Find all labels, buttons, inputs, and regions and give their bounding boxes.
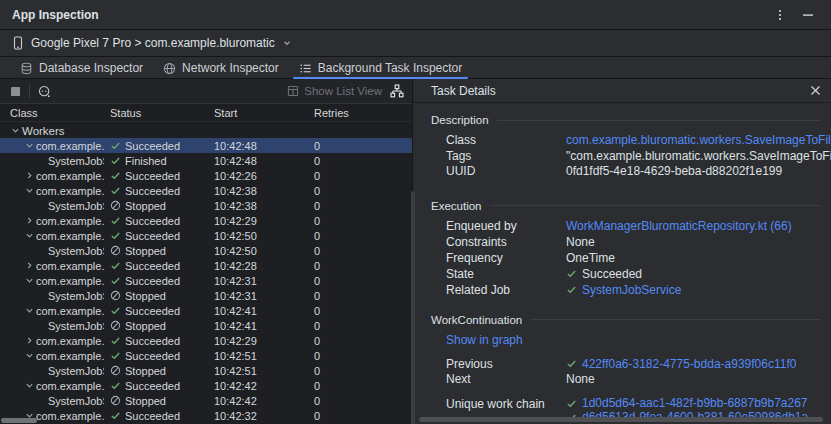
table-row[interactable]: com.example.blSucceeded10:42:500 [0,228,412,243]
retries-count: 0 [308,168,412,183]
chevron-right-icon[interactable] [23,336,36,345]
stopped-icon [110,365,121,376]
chevron-down-icon[interactable] [23,186,36,195]
state-value: Succeeded [582,267,642,281]
show-list-view-button[interactable]: Show List View [287,85,382,97]
class-label: com.example.bl [36,380,104,392]
chevron-down-icon[interactable] [23,231,36,240]
chevron-right-icon[interactable] [23,216,36,225]
work-chain-list: 1d0d5d64-aac1-482f-b9bb-6887b9b7a267d6d5… [566,397,808,418]
chevron-down-icon[interactable] [23,381,36,390]
class-label: com.example.bl [36,335,104,347]
chevron-down-icon[interactable] [23,141,36,150]
table-row[interactable]: com.example.blSucceeded10:42:290 [0,213,412,228]
table-row[interactable]: SystemJobSStopped10:42:420 [0,393,412,408]
table-row[interactable]: com.example.blSucceeded10:42:280 [0,258,412,273]
detail-label: Class [431,133,566,147]
process-indicator-icon[interactable] [38,85,51,98]
success-icon [566,398,577,409]
tab-database-inspector[interactable]: Database Inspector [10,57,153,79]
start-time: 10:42:50 [208,243,308,258]
task-details-title: Task Details [431,84,496,98]
chevron-right-icon[interactable] [23,261,36,270]
start-time: 10:42:42 [208,393,308,408]
retries-count: 0 [308,393,412,408]
detail-label: Previous [431,357,566,371]
detail-row-unique-work-chain: Unique work chain 1d0d5d64-aac1-482f-b9b… [431,397,821,418]
table-row[interactable]: com.example.blSucceeded10:42:260 [0,168,412,183]
task-details-body: Description Class com.example.bluromatic… [413,104,831,417]
detail-row-tags: Tags "com.example.bluromatic.workers.Sav… [431,149,821,165]
table-row[interactable]: SystemJobSStopped10:42:410 [0,318,412,333]
column-header-class[interactable]: Class [0,104,104,121]
stopped-icon [110,200,121,211]
table-row[interactable]: SystemJobSStopped10:42:380 [0,198,412,213]
table-row[interactable]: SystemJobSStopped10:42:500 [0,243,412,258]
column-header-retries[interactable]: Retries [308,104,412,121]
task-details-header: Task Details [413,79,831,103]
success-icon [110,260,121,271]
chevron-down-icon[interactable] [23,351,36,360]
success-icon [110,185,121,196]
previous-work-link[interactable]: 422ff0a6-3182-4775-bdda-a939f06c11f0 [582,357,796,371]
table-row[interactable]: SystemJobSFinished10:42:480 [0,153,412,168]
stop-inspection-button[interactable] [10,86,21,97]
show-in-graph-link[interactable]: Show in graph [446,333,523,347]
device-process-selector[interactable]: Google Pixel 7 Pro > com.example.bluroma… [0,30,831,57]
detail-row-uuid: UUID 0fd1fdf5-4e18-4629-beba-d88202f1e19… [431,164,821,180]
chevron-right-icon[interactable] [23,171,36,180]
related-job-link[interactable]: SystemJobService [582,283,681,297]
detail-label: Tags [431,149,566,163]
show-list-view-label: Show List View [304,85,382,97]
horizontal-scrollbar-thumb[interactable] [1,418,37,423]
start-time: 10:42:38 [208,183,308,198]
table-row[interactable]: com.example.blSucceeded10:42:310 [0,273,412,288]
retries-count: 0 [308,333,412,348]
task-list-icon [299,62,312,75]
success-icon [110,155,121,166]
enqueued-by-link[interactable]: WorkManagerBluromaticRepository.kt (66) [566,219,792,233]
chevron-down-icon[interactable] [9,126,22,135]
detail-row-class: Class com.example.bluromatic.workers.Sav… [431,133,821,149]
table-group-row[interactable]: Workers [0,123,412,138]
table-row[interactable]: com.example.blSucceeded10:42:510 [0,348,412,363]
chevron-down-icon[interactable] [23,276,36,285]
start-time: 10:42:51 [208,363,308,378]
status-label: Succeeded [125,275,180,287]
detail-label: Unique work chain [431,397,566,411]
table-row[interactable]: com.example.blSucceeded10:42:480 [0,138,412,153]
table-row[interactable]: SystemJobSStopped10:42:510 [0,363,412,378]
description-section: Description Class com.example.bluromatic… [431,113,821,180]
table-row[interactable]: com.example.blSucceeded10:42:290 [0,333,412,348]
table-row[interactable]: com.example.blSucceeded10:42:320 [0,408,412,423]
class-label: Workers [22,125,65,137]
detail-row-frequency: Frequency OneTime [431,251,821,267]
status-label: Succeeded [125,215,180,227]
tab-background-task-inspector[interactable]: Background Task Inspector [289,57,473,79]
column-header-start[interactable]: Start [208,104,308,121]
work-chain-link[interactable]: d6d5613d-9fea-4600-b381-60e50986db1a [582,410,808,417]
work-chain-link[interactable]: 1d0d5d64-aac1-482f-b9bb-6887b9b7a267 [582,396,808,410]
table-row[interactable]: com.example.blSucceeded10:42:410 [0,303,412,318]
table-row[interactable]: com.example.blSucceeded10:42:380 [0,183,412,198]
status-label: Stopped [125,320,166,332]
start-time: 10:42:29 [208,213,308,228]
vertical-scrollbar-thumb[interactable] [411,191,415,424]
retries-count: 0 [308,213,412,228]
close-icon[interactable] [810,85,821,96]
minimize-icon[interactable] [797,5,819,25]
section-heading: Description [431,113,821,127]
table-row[interactable]: com.example.blSucceeded10:42:420 [0,378,412,393]
class-link[interactable]: com.example.bluromatic.workers.SaveImage… [566,133,831,147]
class-label: com.example.bl [36,275,104,287]
table-row[interactable]: SystemJobSStopped10:42:310 [0,288,412,303]
detail-label: Next [431,372,566,386]
tab-network-inspector[interactable]: Network Inspector [153,57,289,79]
graph-view-icon[interactable] [390,84,404,98]
table-header: Class Status Start Retries [0,104,412,122]
more-options-icon[interactable] [769,5,791,25]
start-time: 10:42:48 [208,153,308,168]
horizontal-scrollbar-thumb[interactable] [419,417,823,422]
column-header-status[interactable]: Status [104,104,208,121]
chevron-down-icon[interactable] [23,306,36,315]
